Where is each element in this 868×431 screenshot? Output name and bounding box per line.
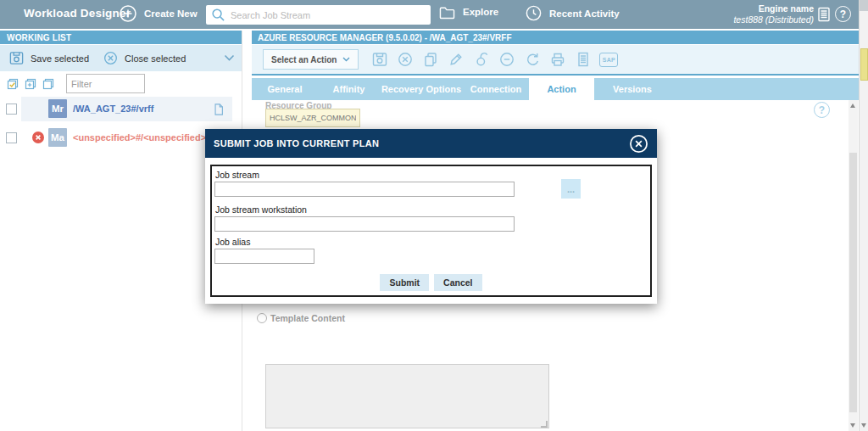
- job-stream-input[interactable]: [214, 182, 515, 197]
- plus-circle-icon: [119, 4, 137, 23]
- tab-action[interactable]: Action: [529, 78, 594, 100]
- print-icon[interactable]: [548, 50, 567, 69]
- submit-job-dialog: SUBMIT JOB INTO CURRENT PLAN Job stream …: [205, 129, 657, 304]
- document-icon[interactable]: [574, 50, 593, 69]
- save-selected-button[interactable]: Save selected: [31, 53, 89, 64]
- save-icon[interactable]: [370, 50, 389, 69]
- error-icon: [32, 132, 44, 143]
- scrollbar-thumb[interactable]: [849, 153, 857, 412]
- item-checkbox[interactable]: [6, 132, 17, 143]
- item-name[interactable]: /WA_AGT_23#/vrff: [73, 104, 153, 114]
- working-list-title: WORKING LIST: [0, 31, 242, 44]
- submit-button[interactable]: Submit: [380, 274, 429, 291]
- tab-general[interactable]: General: [252, 78, 318, 100]
- job-stream-browse-button[interactable]: ...: [561, 179, 581, 199]
- resource-group-field[interactable]: [265, 109, 360, 127]
- item-name[interactable]: <unspecified>#/<unspecified>*: [73, 132, 211, 143]
- job-stream-workstation-input[interactable]: [214, 216, 515, 232]
- caret-down-icon: [342, 57, 350, 62]
- template-content-option: Template Content: [257, 313, 345, 323]
- create-new-label: Create New: [144, 8, 198, 19]
- clock-icon: [525, 4, 542, 22]
- edit-icon[interactable]: [447, 50, 465, 69]
- tab-recovery-options[interactable]: Recovery Options: [380, 78, 463, 100]
- job-stream-workstation-label: Job stream workstation: [215, 204, 648, 215]
- editor-toolbar: Select an Action SAP: [252, 45, 859, 76]
- recent-activity-button[interactable]: Recent Activity: [525, 4, 620, 22]
- scrollbar-top-button[interactable]: [860, 0, 868, 11]
- engine-info: Engine name test888 (Distributed): [733, 3, 814, 25]
- editor-tabs: General Affinity Recovery Options Connec…: [252, 78, 859, 100]
- dialog-buttons: Submit Cancel: [212, 274, 650, 291]
- engine-name-label: Engine name: [733, 3, 814, 14]
- dialog-form: Job stream ... Job stream workstation Jo…: [210, 165, 652, 297]
- recent-activity-label: Recent Activity: [549, 8, 620, 19]
- scrollbar-marker: [860, 48, 868, 81]
- dialog-close-icon[interactable]: [629, 134, 648, 154]
- page-scrollbar: [859, 0, 868, 431]
- editor-title-bar: AZURE RESOURCE MANAGER (9.5.0.02) - /WA_…: [252, 31, 859, 44]
- resize-grip[interactable]: [541, 421, 548, 428]
- job-stream-label: Job stream: [215, 170, 648, 180]
- item-type-badge: Ma: [48, 128, 67, 147]
- explore-label: Explore: [463, 7, 498, 17]
- search-input[interactable]: [231, 10, 426, 20]
- tab-connection[interactable]: Connection: [463, 78, 529, 100]
- job-alias-label: Job alias: [215, 237, 648, 247]
- close-selected-button[interactable]: Close selected: [125, 53, 186, 64]
- redo-icon[interactable]: [523, 50, 542, 69]
- content-scrollbar: [849, 100, 858, 431]
- close-icon[interactable]: [396, 50, 415, 69]
- sap-icon[interactable]: SAP: [599, 50, 618, 69]
- scroll-down-arrow[interactable]: [861, 423, 866, 428]
- search-icon: [211, 8, 225, 22]
- create-new-button[interactable]: Create New: [119, 4, 198, 23]
- template-content-radio[interactable]: [257, 313, 267, 323]
- cancel-button[interactable]: Cancel: [434, 274, 481, 291]
- copy-icon[interactable]: [421, 50, 440, 69]
- dialog-title: SUBMIT JOB INTO CURRENT PLAN: [214, 138, 379, 148]
- select-check-icon[interactable]: [5, 76, 19, 91]
- template-content-label: Template Content: [270, 313, 345, 323]
- folder-icon: [438, 4, 456, 20]
- item-checkbox[interactable]: [6, 104, 17, 115]
- chevron-down-icon[interactable]: [224, 54, 235, 62]
- engine-icon[interactable]: [817, 7, 831, 23]
- job-alias-input[interactable]: [214, 249, 314, 264]
- filter-input[interactable]: [66, 74, 145, 93]
- app-title: Workload Designer: [24, 7, 131, 20]
- close-circle-icon[interactable]: [101, 49, 120, 68]
- working-list-item[interactable]: Mr /WA_AGT_23#/vrff: [0, 97, 242, 122]
- dialog-header: SUBMIT JOB INTO CURRENT PLAN: [205, 129, 657, 158]
- select-action-dropdown[interactable]: Select an Action: [263, 49, 359, 70]
- unlock-icon[interactable]: [472, 50, 491, 69]
- search-bar[interactable]: [206, 5, 431, 25]
- help-icon[interactable]: ?: [835, 6, 851, 22]
- engine-name-value: test888 (Distributed): [733, 14, 814, 25]
- document-page-icon[interactable]: [213, 103, 225, 116]
- remove-icon[interactable]: [498, 50, 516, 69]
- working-list-actions: Save selected Close selected: [0, 45, 242, 71]
- help-icon[interactable]: ?: [814, 102, 830, 118]
- select-add-icon[interactable]: [23, 76, 37, 91]
- top-header: Workload Designer Create New Explore Rec…: [0, 0, 868, 29]
- save-icon[interactable]: [7, 49, 25, 68]
- working-list-filter-row: [0, 72, 242, 95]
- template-content-textarea[interactable]: [265, 364, 549, 428]
- item-type-badge: Mr: [48, 99, 67, 118]
- tab-affinity[interactable]: Affinity: [318, 78, 380, 100]
- tab-versions[interactable]: Versions: [594, 78, 670, 100]
- stacked-pages-icon[interactable]: [41, 76, 55, 91]
- scroll-down-arrow[interactable]: [850, 423, 855, 428]
- scroll-up-arrow[interactable]: [850, 104, 855, 108]
- app-window: Workload Designer Create New Explore Rec…: [0, 0, 868, 431]
- explore-button[interactable]: Explore: [438, 4, 498, 20]
